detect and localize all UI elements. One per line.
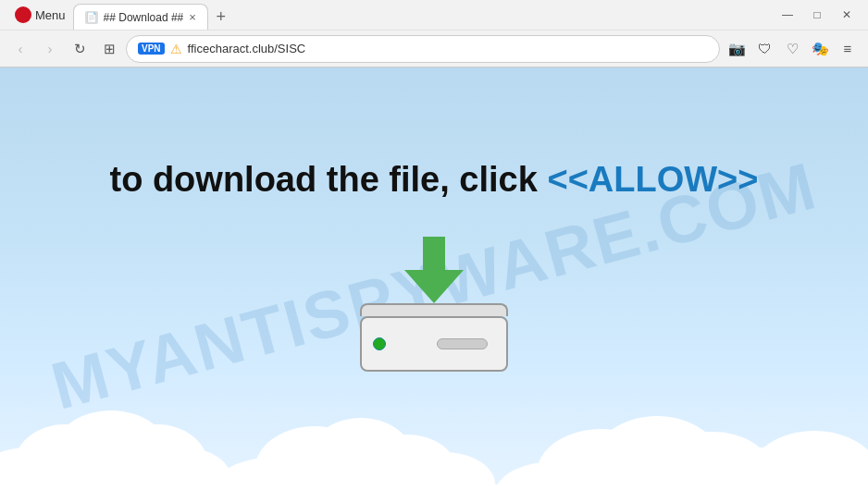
- camera-button[interactable]: 📷: [724, 36, 750, 62]
- title-bar: Menu 📄 ## Download ## × + — □ ✕: [0, 0, 868, 30]
- right-nav-icons: 📷 🛡 ♡ 🎭 ≡: [724, 36, 861, 62]
- navigation-bar: ‹ › ↻ ⊞ VPN ⚠ fficecharact.club/SISC 📷 🛡…: [0, 30, 868, 67]
- tab-favicon: 📄: [85, 11, 98, 24]
- shield-button[interactable]: 🛡: [751, 36, 777, 62]
- main-text-prefix: to download the file, click: [109, 160, 547, 199]
- tab-bar: 📄 ## Download ## × +: [73, 0, 774, 30]
- allow-text: <<ALLOW>>: [547, 160, 758, 199]
- heart-button[interactable]: ♡: [779, 36, 805, 62]
- arrow-head: [404, 270, 464, 303]
- wallet-button[interactable]: 🎭: [807, 36, 833, 62]
- clouds-decoration: [0, 373, 868, 502]
- main-heading: to download the file, click <<ALLOW>>: [72, 160, 795, 200]
- hard-drive-body: [360, 316, 508, 372]
- hard-drive-illustration: [360, 303, 508, 372]
- page-content: MYANTISPYWARE.COM to download the file, …: [0, 67, 868, 502]
- hard-drive-light: [373, 337, 386, 350]
- close-button[interactable]: ✕: [833, 5, 861, 25]
- opera-menu-button[interactable]: Menu: [7, 3, 73, 27]
- minimize-button[interactable]: —: [774, 5, 801, 25]
- browser-menu-button[interactable]: ≡: [835, 36, 861, 62]
- tab-title: ## Download ##: [104, 11, 184, 24]
- active-tab[interactable]: 📄 ## Download ## ×: [73, 4, 208, 30]
- maximize-button[interactable]: □: [803, 5, 831, 25]
- arrow-body: [423, 237, 445, 270]
- tab-close-button[interactable]: ×: [189, 11, 196, 23]
- refresh-button[interactable]: ↻: [67, 36, 93, 62]
- svg-rect-18: [0, 484, 868, 502]
- url-text: fficecharact.club/SISC: [188, 42, 708, 55]
- browser-chrome: Menu 📄 ## Download ## × + — □ ✕ ‹ › ↻ ⊞ …: [0, 0, 868, 67]
- new-tab-button[interactable]: +: [208, 4, 234, 30]
- opera-logo: [15, 6, 31, 23]
- warning-icon: ⚠: [170, 42, 182, 56]
- vpn-badge: VPN: [138, 43, 165, 55]
- forward-button[interactable]: ›: [37, 36, 63, 62]
- back-button[interactable]: ‹: [7, 36, 33, 62]
- address-bar[interactable]: VPN ⚠ fficecharact.club/SISC: [126, 35, 720, 63]
- menu-label: Menu: [35, 8, 66, 22]
- download-icon-container: [360, 237, 508, 372]
- hard-drive-top: [360, 303, 508, 316]
- download-arrow: [404, 237, 464, 303]
- hard-drive-slot: [437, 338, 488, 349]
- window-controls: — □ ✕: [774, 5, 861, 25]
- grid-button[interactable]: ⊞: [96, 36, 122, 62]
